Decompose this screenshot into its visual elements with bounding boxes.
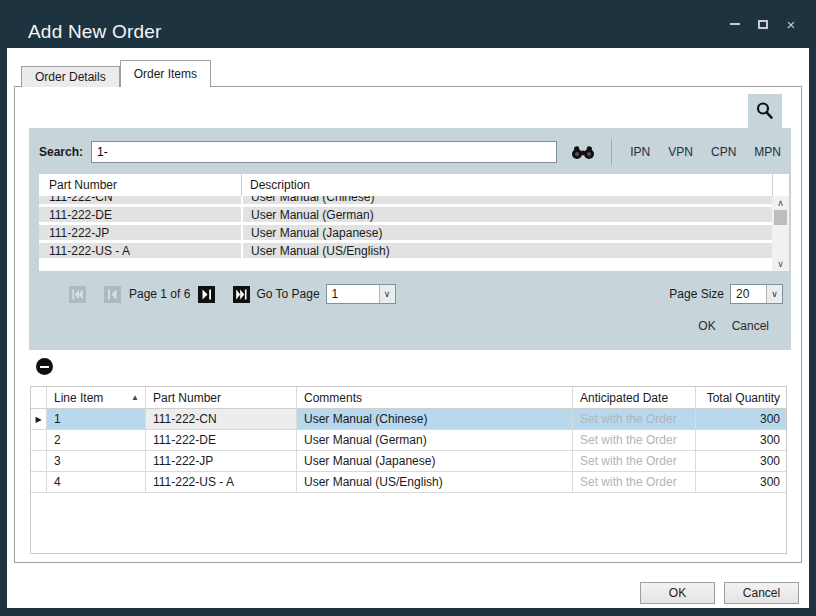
- cell-total-quantity[interactable]: 300: [696, 472, 786, 492]
- close-icon: ×: [787, 17, 796, 32]
- cell-comments[interactable]: User Manual (US/English): [297, 472, 573, 492]
- result-row[interactable]: 111-222-US - A User Manual (US/English): [39, 243, 772, 258]
- cell-part-number[interactable]: 111-222-US - A: [146, 472, 297, 492]
- tab-order-details[interactable]: Order Details: [21, 66, 120, 87]
- binoculars-icon[interactable]: [570, 144, 596, 160]
- results-column-part-number[interactable]: Part Number: [39, 174, 241, 196]
- results-pager: Page 1 of 6 Go To Page: [29, 284, 791, 304]
- order-row[interactable]: ▶ 1 111-222-CN User Manual (Chinese) Set…: [31, 409, 786, 430]
- grid-column-line-item[interactable]: Line Item ▲: [47, 387, 146, 408]
- result-part-number: 111-222-JP: [39, 226, 241, 240]
- prev-page-button[interactable]: [104, 286, 121, 303]
- tab-order-items-label: Order Items: [134, 67, 197, 81]
- order-row[interactable]: 4 111-222-US - A User Manual (US/English…: [31, 472, 786, 493]
- row-selector-cell[interactable]: [31, 451, 47, 471]
- remove-line-item-button[interactable]: [36, 358, 53, 375]
- grid-column-line-item-label: Line Item: [54, 391, 103, 405]
- ok-button[interactable]: OK: [640, 582, 715, 604]
- cell-comments[interactable]: User Manual (German): [297, 430, 573, 450]
- next-page-button[interactable]: [198, 286, 215, 303]
- cell-part-number[interactable]: 111-222-DE: [146, 430, 297, 450]
- search-label: Search:: [39, 145, 83, 159]
- results-column-description[interactable]: Description: [241, 174, 772, 196]
- cell-line-item[interactable]: 3: [47, 451, 146, 471]
- close-button[interactable]: ×: [784, 17, 798, 31]
- panel-cancel-link[interactable]: Cancel: [732, 319, 769, 333]
- search-toggle-button[interactable]: [748, 94, 782, 128]
- result-row[interactable]: 111-222-JP User Manual (Japanese): [39, 225, 772, 240]
- cell-anticipated-date[interactable]: Set with the Order: [573, 451, 696, 471]
- cell-comments[interactable]: User Manual (Japanese): [297, 451, 573, 471]
- grid-column-comments[interactable]: Comments: [297, 387, 573, 408]
- result-description: User Manual (Chinese): [241, 196, 772, 204]
- row-selector-cell[interactable]: [31, 472, 47, 492]
- maximize-button[interactable]: [756, 17, 770, 31]
- maximize-icon: [758, 20, 768, 29]
- cell-anticipated-date[interactable]: Set with the Order: [573, 472, 696, 492]
- cancel-button[interactable]: Cancel: [724, 582, 799, 604]
- grid-header-selector: [31, 387, 47, 408]
- cell-anticipated-date[interactable]: Set with the Order: [573, 430, 696, 450]
- result-row[interactable]: 111-222-DE User Manual (German): [39, 207, 772, 222]
- page-size-value: 20: [731, 285, 766, 303]
- order-row[interactable]: 2 111-222-DE User Manual (German) Set wi…: [31, 430, 786, 451]
- first-page-icon: [72, 289, 83, 300]
- cell-total-quantity[interactable]: 300: [696, 409, 786, 429]
- pager-status: Page 1 of 6: [129, 287, 190, 301]
- chevron-down-icon[interactable]: ∨: [379, 285, 395, 303]
- search-results-list: Part Number Description 111-222-CN User …: [39, 174, 789, 271]
- row-marker-icon: ▶: [35, 415, 41, 424]
- search-divider: [611, 139, 612, 165]
- scroll-up-icon[interactable]: ∧: [772, 196, 789, 210]
- result-part-number: 111-222-DE: [39, 208, 241, 222]
- tab-order-items[interactable]: Order Items: [120, 60, 211, 87]
- result-description: User Manual (German): [241, 207, 772, 222]
- search-input[interactable]: [91, 141, 557, 163]
- grid-header: Line Item ▲ Part Number Comments Anticip…: [31, 387, 786, 409]
- filter-ipn[interactable]: IPN: [630, 145, 650, 159]
- last-page-icon: [236, 289, 247, 300]
- minimize-icon: [730, 23, 740, 25]
- cell-line-item[interactable]: 2: [47, 430, 146, 450]
- filter-cpn[interactable]: CPN: [711, 145, 736, 159]
- go-to-page-value: 1: [327, 285, 379, 303]
- magnifier-icon: [755, 101, 775, 121]
- chevron-down-icon[interactable]: ∨: [766, 285, 782, 303]
- cell-line-item[interactable]: 1: [47, 409, 146, 429]
- results-scrollbar[interactable]: ∧ ∨: [772, 196, 789, 271]
- results-header-spacer: [772, 174, 789, 196]
- cell-total-quantity[interactable]: 300: [696, 451, 786, 471]
- filter-vpn[interactable]: VPN: [668, 145, 693, 159]
- cell-line-item[interactable]: 4: [47, 472, 146, 492]
- go-to-page-label: Go To Page: [256, 287, 319, 301]
- row-selector-cell[interactable]: [31, 430, 47, 450]
- minimize-button[interactable]: [728, 17, 742, 31]
- cell-anticipated-date[interactable]: Set with the Order: [573, 409, 696, 429]
- last-page-button[interactable]: [233, 286, 250, 303]
- grid-column-anticipated-date[interactable]: Anticipated Date: [573, 387, 696, 408]
- cell-part-number[interactable]: 111-222-CN: [146, 409, 297, 429]
- search-row: Search: IPN VPN: [39, 141, 781, 163]
- part-search-panel: Search: IPN VPN: [29, 128, 791, 350]
- cell-part-number[interactable]: 111-222-JP: [146, 451, 297, 471]
- scroll-down-icon[interactable]: ∨: [772, 257, 789, 271]
- page-size-label: Page Size: [669, 287, 724, 301]
- scrollbar-thumb[interactable]: [774, 210, 787, 225]
- grid-column-total-quantity[interactable]: Total Quantity: [696, 387, 786, 408]
- search-type-filters: IPN VPN CPN MPN: [630, 145, 781, 159]
- order-items-grid: Line Item ▲ Part Number Comments Anticip…: [30, 386, 787, 554]
- order-row[interactable]: 3 111-222-JP User Manual (Japanese) Set …: [31, 451, 786, 472]
- grid-column-part-number[interactable]: Part Number: [146, 387, 297, 408]
- cell-comments[interactable]: User Manual (Chinese): [297, 409, 573, 429]
- first-page-button[interactable]: [69, 286, 86, 303]
- go-to-page-select[interactable]: 1 ∨: [326, 284, 396, 304]
- row-selector-cell[interactable]: ▶: [31, 409, 47, 429]
- result-part-number: 111-222-US - A: [39, 244, 241, 258]
- cell-total-quantity[interactable]: 300: [696, 430, 786, 450]
- filter-mpn[interactable]: MPN: [754, 145, 781, 159]
- result-row[interactable]: 111-222-CN User Manual (Chinese): [39, 196, 772, 204]
- results-header: Part Number Description: [39, 174, 789, 196]
- sort-ascending-icon: ▲: [131, 393, 139, 402]
- panel-ok-link[interactable]: OK: [698, 319, 715, 333]
- page-size-select[interactable]: 20 ∨: [730, 284, 783, 304]
